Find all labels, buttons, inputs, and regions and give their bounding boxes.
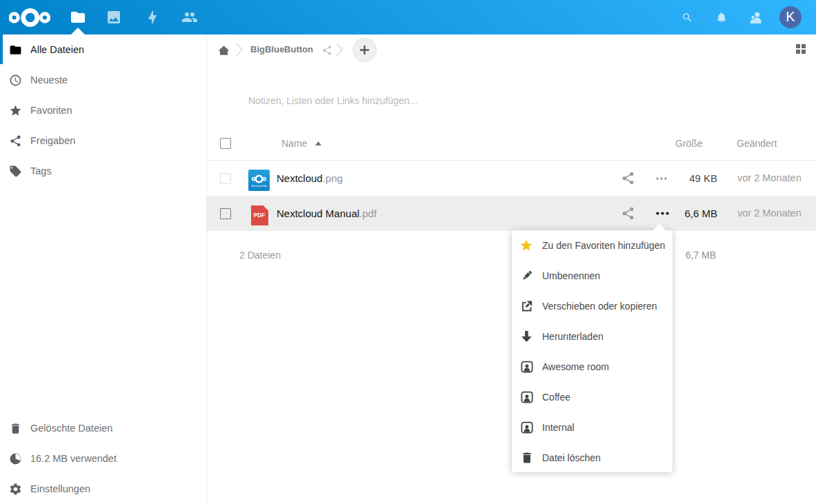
svg-text:Nextcloud Hub: Nextcloud Hub bbox=[251, 184, 266, 187]
svg-text:PDF: PDF bbox=[253, 212, 264, 219]
